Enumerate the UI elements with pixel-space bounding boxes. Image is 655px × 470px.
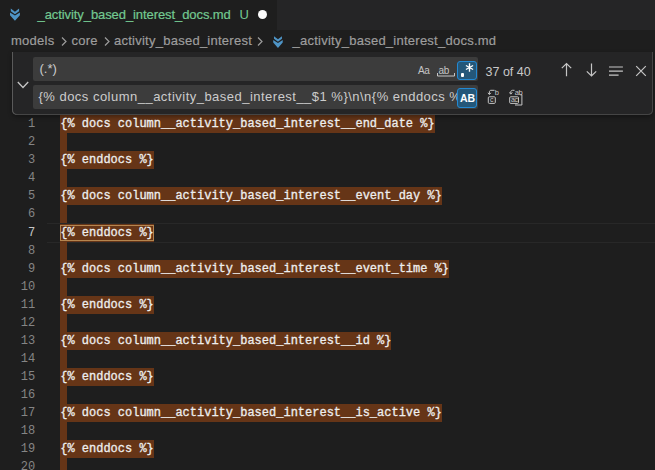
svg-text:b: b xyxy=(495,88,499,97)
svg-text:c: c xyxy=(490,96,494,103)
svg-text:ac: ac xyxy=(510,96,517,103)
